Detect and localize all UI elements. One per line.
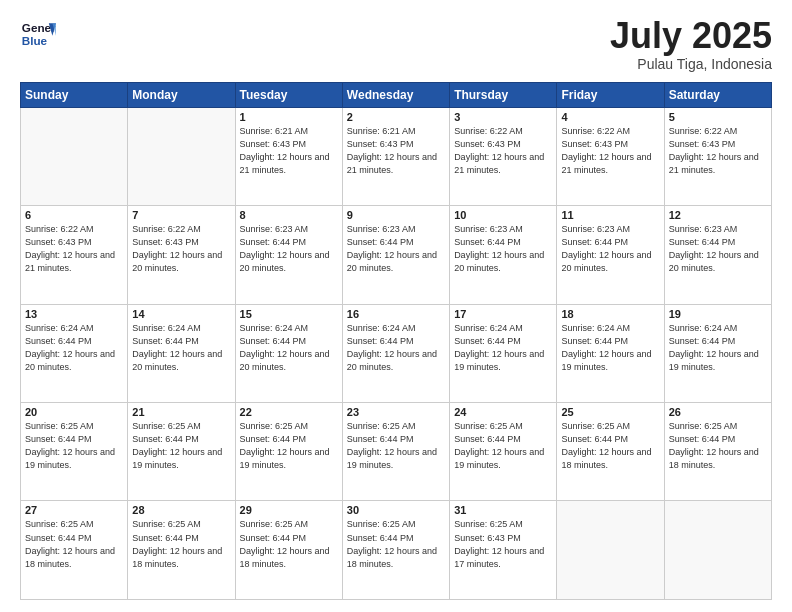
day-info: Sunrise: 6:24 AMSunset: 6:44 PMDaylight:… xyxy=(132,322,230,374)
day-number: 30 xyxy=(347,504,445,516)
day-number: 11 xyxy=(561,209,659,221)
calendar-cell: 1Sunrise: 6:21 AMSunset: 6:43 PMDaylight… xyxy=(235,107,342,205)
calendar-cell xyxy=(557,501,664,600)
day-number: 19 xyxy=(669,308,767,320)
day-info: Sunrise: 6:22 AMSunset: 6:43 PMDaylight:… xyxy=(454,125,552,177)
day-number: 16 xyxy=(347,308,445,320)
day-info: Sunrise: 6:25 AMSunset: 6:44 PMDaylight:… xyxy=(25,518,123,570)
day-number: 6 xyxy=(25,209,123,221)
title-block: July 2025 Pulau Tiga, Indonesia xyxy=(610,16,772,72)
day-info: Sunrise: 6:25 AMSunset: 6:44 PMDaylight:… xyxy=(132,518,230,570)
day-number: 10 xyxy=(454,209,552,221)
weekday-header: Monday xyxy=(128,82,235,107)
day-info: Sunrise: 6:21 AMSunset: 6:43 PMDaylight:… xyxy=(240,125,338,177)
header: General Blue July 2025 Pulau Tiga, Indon… xyxy=(20,16,772,72)
calendar-table: SundayMondayTuesdayWednesdayThursdayFrid… xyxy=(20,82,772,600)
calendar-cell: 4Sunrise: 6:22 AMSunset: 6:43 PMDaylight… xyxy=(557,107,664,205)
logo: General Blue xyxy=(20,16,56,52)
calendar-cell: 26Sunrise: 6:25 AMSunset: 6:44 PMDayligh… xyxy=(664,403,771,501)
day-number: 20 xyxy=(25,406,123,418)
day-info: Sunrise: 6:22 AMSunset: 6:43 PMDaylight:… xyxy=(561,125,659,177)
day-number: 28 xyxy=(132,504,230,516)
day-info: Sunrise: 6:25 AMSunset: 6:44 PMDaylight:… xyxy=(240,518,338,570)
day-info: Sunrise: 6:24 AMSunset: 6:44 PMDaylight:… xyxy=(561,322,659,374)
weekday-header: Thursday xyxy=(450,82,557,107)
calendar-cell: 20Sunrise: 6:25 AMSunset: 6:44 PMDayligh… xyxy=(21,403,128,501)
calendar-cell: 7Sunrise: 6:22 AMSunset: 6:43 PMDaylight… xyxy=(128,206,235,304)
weekday-header: Friday xyxy=(557,82,664,107)
day-number: 4 xyxy=(561,111,659,123)
day-info: Sunrise: 6:24 AMSunset: 6:44 PMDaylight:… xyxy=(669,322,767,374)
day-info: Sunrise: 6:25 AMSunset: 6:44 PMDaylight:… xyxy=(347,420,445,472)
calendar-cell: 24Sunrise: 6:25 AMSunset: 6:44 PMDayligh… xyxy=(450,403,557,501)
day-number: 8 xyxy=(240,209,338,221)
day-number: 25 xyxy=(561,406,659,418)
calendar-cell xyxy=(21,107,128,205)
day-number: 27 xyxy=(25,504,123,516)
day-number: 2 xyxy=(347,111,445,123)
svg-text:Blue: Blue xyxy=(22,34,48,47)
calendar-cell: 3Sunrise: 6:22 AMSunset: 6:43 PMDaylight… xyxy=(450,107,557,205)
logo-icon: General Blue xyxy=(20,16,56,52)
weekday-header: Sunday xyxy=(21,82,128,107)
calendar-cell: 23Sunrise: 6:25 AMSunset: 6:44 PMDayligh… xyxy=(342,403,449,501)
day-number: 23 xyxy=(347,406,445,418)
day-number: 31 xyxy=(454,504,552,516)
calendar-cell: 14Sunrise: 6:24 AMSunset: 6:44 PMDayligh… xyxy=(128,304,235,402)
day-info: Sunrise: 6:25 AMSunset: 6:44 PMDaylight:… xyxy=(132,420,230,472)
day-info: Sunrise: 6:23 AMSunset: 6:44 PMDaylight:… xyxy=(240,223,338,275)
day-number: 18 xyxy=(561,308,659,320)
location: Pulau Tiga, Indonesia xyxy=(610,56,772,72)
day-number: 26 xyxy=(669,406,767,418)
day-info: Sunrise: 6:25 AMSunset: 6:44 PMDaylight:… xyxy=(561,420,659,472)
day-info: Sunrise: 6:23 AMSunset: 6:44 PMDaylight:… xyxy=(347,223,445,275)
day-info: Sunrise: 6:21 AMSunset: 6:43 PMDaylight:… xyxy=(347,125,445,177)
day-info: Sunrise: 6:25 AMSunset: 6:44 PMDaylight:… xyxy=(347,518,445,570)
day-info: Sunrise: 6:23 AMSunset: 6:44 PMDaylight:… xyxy=(454,223,552,275)
day-info: Sunrise: 6:25 AMSunset: 6:44 PMDaylight:… xyxy=(669,420,767,472)
day-number: 5 xyxy=(669,111,767,123)
calendar-cell xyxy=(664,501,771,600)
calendar-cell: 27Sunrise: 6:25 AMSunset: 6:44 PMDayligh… xyxy=(21,501,128,600)
day-info: Sunrise: 6:22 AMSunset: 6:43 PMDaylight:… xyxy=(132,223,230,275)
calendar-cell: 2Sunrise: 6:21 AMSunset: 6:43 PMDaylight… xyxy=(342,107,449,205)
calendar-cell: 21Sunrise: 6:25 AMSunset: 6:44 PMDayligh… xyxy=(128,403,235,501)
calendar-cell: 29Sunrise: 6:25 AMSunset: 6:44 PMDayligh… xyxy=(235,501,342,600)
day-number: 17 xyxy=(454,308,552,320)
weekday-header: Saturday xyxy=(664,82,771,107)
weekday-header: Wednesday xyxy=(342,82,449,107)
calendar-cell: 17Sunrise: 6:24 AMSunset: 6:44 PMDayligh… xyxy=(450,304,557,402)
calendar-cell: 9Sunrise: 6:23 AMSunset: 6:44 PMDaylight… xyxy=(342,206,449,304)
day-info: Sunrise: 6:22 AMSunset: 6:43 PMDaylight:… xyxy=(25,223,123,275)
calendar-cell: 6Sunrise: 6:22 AMSunset: 6:43 PMDaylight… xyxy=(21,206,128,304)
day-number: 22 xyxy=(240,406,338,418)
day-number: 21 xyxy=(132,406,230,418)
day-info: Sunrise: 6:24 AMSunset: 6:44 PMDaylight:… xyxy=(347,322,445,374)
weekday-header: Tuesday xyxy=(235,82,342,107)
day-number: 24 xyxy=(454,406,552,418)
day-number: 3 xyxy=(454,111,552,123)
day-number: 15 xyxy=(240,308,338,320)
calendar-cell: 31Sunrise: 6:25 AMSunset: 6:43 PMDayligh… xyxy=(450,501,557,600)
calendar-cell: 13Sunrise: 6:24 AMSunset: 6:44 PMDayligh… xyxy=(21,304,128,402)
calendar-cell: 10Sunrise: 6:23 AMSunset: 6:44 PMDayligh… xyxy=(450,206,557,304)
page: General Blue July 2025 Pulau Tiga, Indon… xyxy=(0,0,792,612)
month-title: July 2025 xyxy=(610,16,772,56)
day-info: Sunrise: 6:23 AMSunset: 6:44 PMDaylight:… xyxy=(669,223,767,275)
day-number: 14 xyxy=(132,308,230,320)
calendar-cell: 19Sunrise: 6:24 AMSunset: 6:44 PMDayligh… xyxy=(664,304,771,402)
day-number: 13 xyxy=(25,308,123,320)
day-info: Sunrise: 6:25 AMSunset: 6:44 PMDaylight:… xyxy=(454,420,552,472)
calendar-cell: 25Sunrise: 6:25 AMSunset: 6:44 PMDayligh… xyxy=(557,403,664,501)
calendar-cell: 11Sunrise: 6:23 AMSunset: 6:44 PMDayligh… xyxy=(557,206,664,304)
day-info: Sunrise: 6:22 AMSunset: 6:43 PMDaylight:… xyxy=(669,125,767,177)
day-info: Sunrise: 6:25 AMSunset: 6:43 PMDaylight:… xyxy=(454,518,552,570)
calendar-cell: 22Sunrise: 6:25 AMSunset: 6:44 PMDayligh… xyxy=(235,403,342,501)
calendar-cell: 28Sunrise: 6:25 AMSunset: 6:44 PMDayligh… xyxy=(128,501,235,600)
day-number: 1 xyxy=(240,111,338,123)
day-number: 9 xyxy=(347,209,445,221)
day-number: 29 xyxy=(240,504,338,516)
day-number: 12 xyxy=(669,209,767,221)
day-info: Sunrise: 6:23 AMSunset: 6:44 PMDaylight:… xyxy=(561,223,659,275)
day-info: Sunrise: 6:25 AMSunset: 6:44 PMDaylight:… xyxy=(25,420,123,472)
